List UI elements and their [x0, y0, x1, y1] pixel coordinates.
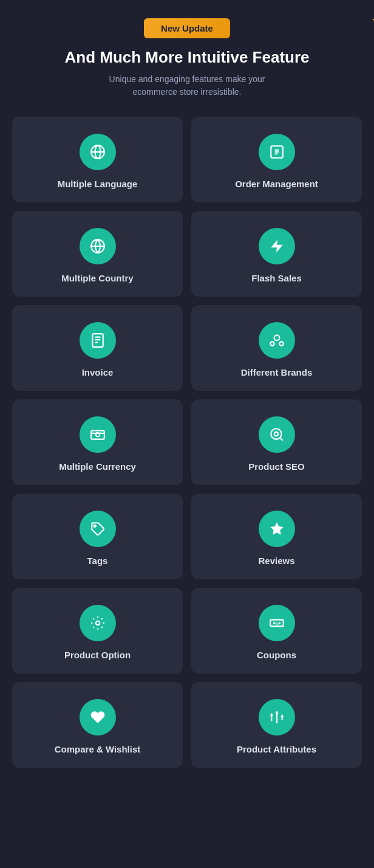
reviews-icon	[259, 511, 295, 547]
card-product-attributes-label: Product Attributes	[237, 744, 316, 754]
new-update-badge: New Update	[144, 18, 230, 38]
card-coupons: %Coupons	[191, 588, 362, 673]
flash-icon	[259, 228, 295, 264]
svg-point-10	[270, 342, 274, 346]
brands-icon	[259, 322, 295, 359]
card-invoice: Invoice	[12, 305, 183, 391]
svg-point-17	[93, 525, 95, 527]
card-reviews-label: Reviews	[258, 556, 294, 566]
page-subtitle: Unique and engaging features make your e…	[90, 73, 284, 98]
svg-text:%: %	[274, 622, 279, 627]
svg-point-20	[279, 623, 279, 624]
invoice-icon	[80, 322, 116, 359]
svg-point-15	[271, 429, 281, 439]
card-multiple-country: Multiple Country	[12, 211, 183, 297]
card-multiple-language: Multiple Language	[12, 117, 183, 202]
svg-point-9	[274, 336, 279, 341]
card-different-brands-label: Different Brands	[241, 367, 313, 377]
card-coupons-label: Coupons	[257, 650, 296, 660]
card-reviews: Reviews	[191, 494, 362, 579]
page-title: And Much More Intuitive Feature	[12, 48, 362, 67]
card-flash-sales: Flash Sales	[191, 211, 362, 297]
card-invoice-label: Invoice	[82, 367, 114, 377]
card-multiple-currency-label: Multiple Currency	[59, 461, 136, 472]
country-icon	[80, 228, 116, 264]
svg-point-11	[279, 342, 284, 346]
option-icon	[80, 605, 116, 641]
wishlist-icon	[80, 699, 116, 735]
card-tags-label: Tags	[87, 556, 108, 566]
tags-icon	[80, 511, 116, 547]
card-product-seo: Product SEO	[191, 399, 362, 485]
lang-icon	[80, 134, 116, 170]
sparkle-icon-1: ✦	[371, 13, 374, 27]
card-multiple-currency: Multiple Currency	[12, 399, 183, 485]
coupons-icon: %	[259, 605, 295, 641]
card-tags: Tags	[12, 494, 183, 579]
svg-point-16	[274, 432, 278, 436]
card-flash-sales-label: Flash Sales	[251, 273, 302, 283]
order-icon	[259, 134, 295, 170]
svg-point-18	[95, 621, 100, 625]
card-order-management: Order Management	[191, 117, 362, 202]
card-compare-wishlist: Compare & Wishlist	[12, 682, 183, 768]
page-header: New Update ✦ ✦ And Much More Intuitive F…	[12, 18, 362, 98]
card-product-attributes: Product Attributes	[191, 682, 362, 768]
svg-rect-12	[91, 431, 104, 439]
currency-icon	[80, 416, 116, 453]
card-different-brands: Different Brands	[191, 305, 362, 391]
card-multiple-language-label: Multiple Language	[58, 179, 138, 189]
card-product-seo-label: Product SEO	[248, 461, 305, 472]
card-product-option-label: Product Option	[64, 650, 131, 660]
features-grid: Multiple LanguageOrder ManagementMultipl…	[12, 117, 362, 768]
card-compare-wishlist-label: Compare & Wishlist	[55, 744, 141, 754]
attributes-icon	[259, 699, 295, 735]
card-order-management-label: Order Management	[235, 179, 318, 189]
card-multiple-country-label: Multiple Country	[61, 273, 133, 283]
seo-icon	[259, 416, 295, 453]
card-product-option: Product Option	[12, 588, 183, 673]
